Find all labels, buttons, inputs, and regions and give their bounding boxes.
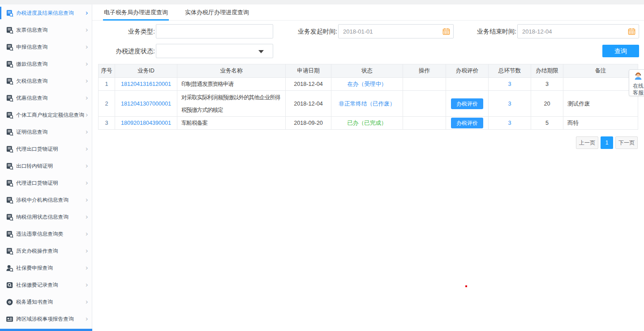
chevron-right-icon: › [86, 179, 88, 187]
tax-notice-search-icon [6, 298, 13, 306]
column-header: 操作 [403, 64, 446, 78]
social-security-record-search-icon [6, 281, 13, 289]
chevron-right-icon: › [86, 315, 88, 323]
sidebar-item-label: 历史办税操作查询 [16, 248, 92, 255]
end-time-label: 业务结束时间: [446, 24, 516, 38]
sidebar-item[interactable]: 缴款信息查询› [0, 55, 92, 72]
total-steps-link[interactable]: 3 [508, 120, 511, 126]
sidebar-item[interactable]: 社保费申报查询› [0, 259, 92, 276]
chevron-right-icon: › [86, 77, 88, 85]
sidebar-item-label: 证明信息查询 [16, 129, 92, 136]
progress-status-label: 办税进度状态: [92, 44, 155, 58]
calendar-icon[interactable] [628, 28, 635, 35]
sidebar-item[interactable]: 违法违章信息查询类› [0, 225, 92, 242]
sidebar-item[interactable]: 代理进口货物证明› [0, 174, 92, 191]
sidebar-item[interactable]: 历史办税操作查询› [0, 242, 92, 259]
service-label-line1: 在线 [629, 83, 644, 89]
action-cell [403, 78, 446, 91]
chevron-right-icon: › [86, 162, 88, 170]
chevron-right-icon: › [86, 128, 88, 136]
sidebar-item[interactable]: 个体工商户核定定额信息查询› [0, 106, 92, 123]
business-id-link[interactable]: 1812041307000001 [121, 101, 171, 107]
preference-search-icon [6, 94, 13, 102]
total-steps-link[interactable]: 3 [508, 101, 511, 107]
status-text: 非正常终结（已作废） [339, 101, 395, 107]
sidebar-item-label: 纳税信用状态信息查询 [16, 214, 92, 221]
chevron-right-icon: › [86, 298, 88, 306]
sidebar-item-label: 社保缴费记录查询 [16, 282, 92, 289]
sidebar-item[interactable]: 出口转内销证明› [0, 157, 92, 174]
sidebar-item-label: 涉税中介机构信息查询 [16, 197, 92, 204]
sidebar-item[interactable]: 申报信息查询› [0, 38, 92, 55]
payment-search-icon [6, 60, 13, 68]
chevron-right-icon: › [86, 281, 88, 289]
online-service-widget[interactable]: 在线 客服 [629, 69, 644, 96]
sidebar-bottom-bar [0, 329, 92, 331]
dropdown-arrow-icon [258, 50, 264, 53]
chevron-right-icon: › [86, 111, 88, 119]
sidebar-item[interactable]: 代理出口货物证明› [0, 140, 92, 157]
business-type-label: 业务类型: [92, 24, 155, 38]
total-steps-link[interactable]: 3 [508, 81, 511, 87]
business-name-cell: 车船税备案 [177, 117, 286, 130]
chevron-right-icon: › [86, 145, 88, 153]
business-type-input[interactable] [156, 24, 273, 38]
start-time-input[interactable]: 2018-01-01 [338, 24, 454, 38]
service-avatar-icon [633, 71, 643, 81]
progress-status-select[interactable] [156, 44, 273, 58]
sidebar-item[interactable]: 纳税信用状态信息查询› [0, 208, 92, 225]
deadline-cell: 5 [531, 117, 563, 130]
sidebar-item[interactable]: 税务通知书查询› [0, 293, 92, 310]
business-name-cell: 对采取实际利润额预缴以外的其他企业所得税预缴方式的核定 [177, 91, 286, 117]
results-table: 序号业务ID业务名称申请日期状态操作办税评价总环节数办结期限备注 1181204… [98, 64, 638, 130]
tax-arrears-search-icon [6, 77, 13, 85]
sidebar-item-label: 办税进度及结果信息查询 [16, 10, 92, 17]
search-button[interactable]: 查询 [602, 45, 639, 57]
certificate-search-icon [6, 128, 13, 136]
chevron-right-icon: › [86, 196, 88, 204]
column-header: 申请日期 [286, 64, 331, 78]
evaluate-button[interactable]: 办税评价 [451, 118, 483, 128]
sidebar-item[interactable]: 证明信息查询› [0, 123, 92, 140]
next-page-button[interactable]: 下一页 [615, 136, 638, 149]
progress-result-search-icon [6, 9, 13, 17]
apply-date-cell: 2018-12-04 [286, 78, 331, 91]
sidebar-item[interactable]: 涉税中介机构信息查询› [0, 191, 92, 208]
table-row: 21812041307000001对采取实际利润额预缴以外的其他企业所得税预缴方… [99, 91, 638, 117]
tab-etax-progress[interactable]: 电子税务局办理进度查询 [104, 4, 168, 20]
intermediary-search-icon [6, 196, 13, 204]
evaluate-button[interactable]: 办税评价 [451, 98, 483, 109]
service-label-line2: 客服 [629, 89, 644, 96]
row-index: 2 [105, 101, 108, 107]
sidebar-item[interactable]: 办税进度及结果信息查询› [0, 4, 92, 21]
column-header: 业务ID [115, 64, 177, 78]
import-agent-certificate-icon [6, 179, 13, 187]
row-index: 3 [105, 120, 108, 126]
sidebar-item[interactable]: 欠税信息查询› [0, 72, 92, 89]
evaluate-cell: 办税评价 [446, 117, 489, 130]
sidebar-item[interactable]: 跨区域涉税事项报告查询› [0, 310, 92, 327]
current-page-button[interactable]: 1 [601, 136, 613, 149]
column-header: 办税评价 [446, 64, 489, 78]
business-id-link[interactable]: 1809201804390001 [121, 120, 171, 126]
sidebar-item-label: 欠税信息查询 [16, 78, 92, 85]
sidebar-item-label: 代理进口货物证明 [16, 180, 92, 187]
prev-page-button[interactable]: 上一页 [576, 136, 598, 149]
tab-hall-progress[interactable]: 实体办税厅办理进度查询 [185, 4, 249, 20]
sidebar-item-label: 缴款信息查询 [16, 61, 92, 68]
sidebar-item[interactable]: 社保缴费记录查询› [0, 276, 92, 293]
evaluate-cell: 办税评价 [446, 91, 489, 117]
invoice-search-icon [6, 26, 13, 34]
start-time-label: 业务发起时间: [262, 24, 337, 38]
end-time-input[interactable]: 2018-12-04 [517, 24, 639, 38]
social-security-declare-search-icon [6, 264, 13, 272]
business-id-link[interactable]: 1812041316120001 [121, 81, 171, 87]
table-body: 11812041316120001印制普通发票资格申请2018-12-04在办（… [99, 78, 638, 130]
individual-quota-search-icon [6, 111, 13, 119]
sidebar-item[interactable]: 优惠信息查询› [0, 89, 92, 106]
sidebar-item-label: 个体工商户核定定额信息查询 [16, 112, 92, 119]
sidebar-item[interactable]: 发票信息查询› [0, 21, 92, 38]
evaluate-cell [446, 78, 489, 91]
row-index: 1 [105, 81, 108, 87]
chevron-right-icon: › [86, 94, 88, 102]
